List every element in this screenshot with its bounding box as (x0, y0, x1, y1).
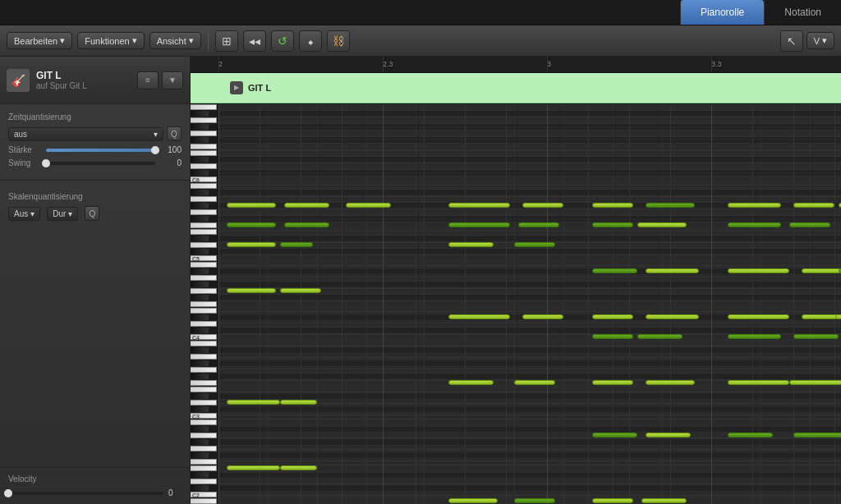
divider (0, 180, 190, 181)
midi-note[interactable] (592, 498, 633, 503)
midi-note[interactable] (641, 498, 687, 503)
midi-note[interactable] (728, 334, 781, 339)
midi-note[interactable] (728, 222, 781, 227)
midi-note[interactable] (592, 203, 633, 208)
tab-notation[interactable]: Notation (764, 0, 841, 25)
staerke-label: Stärke (8, 145, 43, 154)
midi-note[interactable] (728, 380, 789, 385)
capture-icon-btn[interactable]: ⬥ (299, 30, 322, 52)
midi-note[interactable] (793, 203, 834, 208)
link-icon-btn[interactable]: ⛓ (327, 30, 350, 52)
midi-note[interactable] (284, 203, 329, 208)
velocity-slider[interactable] (8, 492, 163, 495)
midi-note[interactable] (646, 433, 691, 438)
midi-note[interactable] (789, 222, 830, 227)
funktionen-menu[interactable]: Funktionen ▾ (77, 32, 144, 49)
quantize-dropdown[interactable]: aus ▾ (8, 127, 163, 141)
region-play-button[interactable]: ▶ (230, 81, 243, 94)
midi-note[interactable] (280, 242, 313, 247)
tab-pianorolle[interactable]: Pianorolle (680, 0, 764, 25)
staerke-value: 100 (159, 145, 182, 154)
midi-note[interactable] (280, 288, 321, 293)
midi-note[interactable] (592, 222, 633, 227)
midi-note[interactable] (346, 203, 391, 208)
cursor-icon-btn[interactable]: ↖ (780, 30, 803, 52)
midi-note[interactable] (728, 314, 789, 319)
ansicht-menu[interactable]: Ansicht ▾ (149, 32, 201, 49)
midi-note[interactable] (802, 268, 841, 273)
quantize-value-row: aus ▾ Q (8, 126, 182, 141)
midi-note[interactable] (592, 334, 633, 339)
snap-icon-btn[interactable]: ⊞ (215, 30, 238, 52)
region-label-bar: ▶ GIT L (191, 73, 841, 103)
skalenquantisierung-section: Skalenquantisierung Aus ▾ Dur ▾ Q (0, 184, 190, 230)
midi-note[interactable] (448, 498, 498, 503)
midi-note[interactable] (514, 242, 555, 247)
velocity-title: Velocity (8, 474, 182, 483)
midi-note[interactable] (227, 203, 276, 208)
swing-label: Swing (8, 158, 43, 167)
midi-note[interactable] (522, 314, 563, 319)
midi-note[interactable] (280, 400, 317, 405)
midi-note[interactable] (227, 465, 280, 470)
skalen-q-button[interactable]: Q (85, 206, 99, 221)
midi-note[interactable] (592, 433, 637, 438)
midi-note[interactable] (789, 380, 841, 385)
midi-note[interactable] (518, 222, 559, 227)
midi-note[interactable] (793, 433, 841, 438)
region-header: 2 2.3 3 3.3 4 ▶ GIT L (191, 57, 841, 104)
loop-icon-btn[interactable]: ↺ (271, 30, 294, 52)
midi-note[interactable] (646, 380, 695, 385)
midi-note[interactable] (637, 222, 687, 227)
midi-note[interactable] (522, 203, 563, 208)
ruler-mark-33: 3.3 (711, 60, 722, 68)
midi-note[interactable] (514, 380, 555, 385)
midi-note[interactable] (646, 203, 695, 208)
swing-value: 0 (159, 158, 182, 167)
midi-note[interactable] (227, 222, 276, 227)
midi-note[interactable] (448, 203, 510, 208)
midi-note[interactable] (728, 433, 773, 438)
track-arrow-btn[interactable]: ▼ (162, 71, 183, 89)
midi-note[interactable] (592, 268, 637, 273)
toolbar: Bearbeiten ▾ Funktionen ▾ Ansicht ▾ ⊞ ◂◂… (0, 25, 841, 57)
midi-note[interactable] (448, 314, 510, 319)
swing-slider[interactable] (46, 162, 155, 165)
midi-note[interactable] (448, 222, 510, 227)
swing-row: Swing 0 (8, 158, 182, 167)
midi-note[interactable] (637, 334, 682, 339)
midi-note[interactable] (835, 314, 841, 319)
midi-note[interactable] (280, 465, 317, 470)
midi-note[interactable] (592, 314, 633, 319)
midi-note[interactable] (514, 498, 555, 503)
skalenquantisierung-title: Skalenquantisierung (8, 192, 182, 201)
midi-note[interactable] (227, 242, 276, 247)
midi-note[interactable] (592, 380, 633, 385)
skalen-dropdown1[interactable]: Aus ▾ (8, 207, 40, 221)
midi-note[interactable] (448, 380, 494, 385)
track-info: GIT L auf Spur Git L (36, 70, 137, 90)
midi-note[interactable] (284, 222, 329, 227)
piano-grid: C6C5C4C3C2C1C0 (191, 104, 841, 504)
midi-note[interactable] (227, 288, 276, 293)
q-button[interactable]: Q (167, 126, 182, 141)
midi-note[interactable] (793, 334, 839, 339)
staerke-slider[interactable] (46, 149, 155, 152)
midi-note[interactable] (646, 314, 699, 319)
skalen-dropdown2[interactable]: Dur ▾ (47, 207, 78, 221)
rewind-icon-btn[interactable]: ◂◂ (243, 30, 266, 52)
main-area: 🎸 GIT L auf Spur Git L ≡ ▼ Zeitquantisie… (0, 57, 841, 504)
midi-note[interactable] (448, 242, 494, 247)
zeitquantisierung-section: Zeitquantisierung aus ▾ Q Stärke 100 Swi… (0, 104, 190, 176)
midi-note[interactable] (728, 203, 781, 208)
chevron-down-icon: ▾ (68, 209, 72, 218)
midi-note[interactable] (227, 400, 280, 405)
bearbeiten-menu[interactable]: Bearbeiten ▾ (7, 32, 72, 49)
track-config-btn[interactable]: ≡ (137, 71, 159, 89)
midi-note[interactable] (646, 268, 699, 273)
midi-note[interactable] (728, 268, 789, 273)
v-dropdown[interactable]: V ▾ (807, 32, 834, 49)
ruler-mark-23: 2.3 (383, 60, 393, 68)
piano-roll-area: 2 2.3 3 3.3 4 ▶ GIT L (191, 57, 841, 504)
left-panel: 🎸 GIT L auf Spur Git L ≡ ▼ Zeitquantisie… (0, 57, 191, 504)
